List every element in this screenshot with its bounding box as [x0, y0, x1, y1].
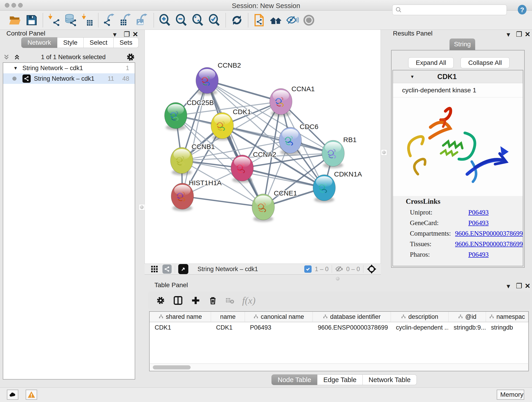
- node-label-ccnb1: CCNB1: [191, 143, 215, 150]
- zoom-out-button[interactable]: [175, 13, 188, 27]
- network-node-ccna1[interactable]: CCNA1: [270, 85, 315, 116]
- save-session-button[interactable]: [25, 13, 38, 27]
- network-node-rb1[interactable]: RB1: [322, 136, 356, 168]
- open-session-button[interactable]: [8, 13, 22, 27]
- tab-sets[interactable]: Sets: [114, 37, 139, 48]
- control-panel-float-icon[interactable]: ❐: [124, 30, 130, 38]
- network-collection-label: String Network – cdk1: [22, 65, 126, 72]
- gear-icon[interactable]: [126, 52, 135, 62]
- network-node-cdkn1a[interactable]: CDKN1A: [313, 170, 362, 203]
- column-header-namespac[interactable]: namespac: [486, 312, 528, 322]
- network-edge[interactable]: [182, 196, 263, 207]
- export-table-button[interactable]: [119, 13, 133, 27]
- collapse-all-chevron-icon[interactable]: [3, 53, 10, 61]
- right-splitter-handle[interactable]: [381, 149, 387, 155]
- results-panel-float-icon[interactable]: ❐: [516, 30, 522, 38]
- hscroll-thumb[interactable]: [153, 365, 191, 370]
- column-header-name[interactable]: name: [211, 312, 245, 322]
- show-columns-button[interactable]: [173, 295, 183, 306]
- column-header-shared-name[interactable]: shared name: [150, 312, 211, 322]
- table-row[interactable]: CDK1CDK1P064939606.ENSP00000378699cyclin…: [150, 322, 528, 333]
- network-node-cdc6[interactable]: CDC6: [279, 123, 318, 155]
- left-splitter-handle[interactable]: [139, 204, 145, 210]
- table-panel-float-icon[interactable]: ❐: [516, 282, 522, 290]
- homes-button[interactable]: [269, 13, 283, 27]
- detach-view-button[interactable]: [178, 264, 188, 274]
- network-node-ccne1[interactable]: CCNE1: [252, 189, 297, 222]
- table-settings-button[interactable]: [156, 296, 165, 305]
- table-panel-menu-icon[interactable]: ▼: [505, 283, 511, 290]
- delete-table-button[interactable]: [225, 296, 234, 305]
- network-node-hist1h1a[interactable]: HIST1H1A: [171, 179, 222, 211]
- open-folder-icon: [9, 14, 22, 27]
- tab-network[interactable]: Network: [21, 37, 57, 48]
- crosslink-link[interactable]: 9606.ENSP00000378699: [455, 230, 523, 237]
- bottom-splitter-handle[interactable]: [335, 276, 341, 281]
- table-cell[interactable]: stringdb: [486, 322, 528, 333]
- expand-all-chevron-icon[interactable]: [13, 53, 21, 61]
- tab-select[interactable]: Select: [84, 37, 114, 48]
- table-cell[interactable]: CDK1: [211, 322, 245, 333]
- grid-view-icon[interactable]: [151, 265, 158, 273]
- column-header--id[interactable]: @id: [449, 312, 486, 322]
- crosslink-link[interactable]: P06493: [468, 219, 489, 227]
- tab-node-table[interactable]: Node Table: [272, 375, 317, 385]
- export-image-button[interactable]: [136, 13, 149, 27]
- import-network-from-database-button[interactable]: [64, 13, 77, 27]
- results-panel-close-icon[interactable]: ✕: [525, 30, 530, 38]
- network-view-icon[interactable]: [162, 264, 172, 274]
- zoom-selected-button[interactable]: [208, 13, 221, 27]
- birdseye-crosshair-icon[interactable]: [367, 264, 377, 274]
- crosslink-link[interactable]: 9606.ENSP00000378699: [455, 240, 523, 248]
- tab-network-table[interactable]: Network Table: [363, 375, 417, 385]
- collapse-all-button[interactable]: Collapse All: [461, 57, 510, 68]
- results-panel-menu-icon[interactable]: ▼: [505, 31, 511, 38]
- tab-edge-table[interactable]: Edge Table: [317, 375, 363, 385]
- table-hscrollbar[interactable]: [149, 364, 529, 371]
- column-header-database-identifier[interactable]: database identifier: [313, 312, 391, 322]
- collapse-triangle-icon[interactable]: ▼: [13, 65, 18, 71]
- network-canvas[interactable]: CCNB2CCNA1CDC25BCDK1CDC6RB1CCNB1CCNA2CDK…: [145, 30, 381, 264]
- table-cell[interactable]: 9606.ENSP00000378699: [313, 322, 391, 333]
- crosslink-link[interactable]: P06493: [468, 251, 489, 258]
- import-table-button[interactable]: [80, 13, 94, 27]
- refresh-button[interactable]: [230, 13, 244, 27]
- cloud-status-button[interactable]: [7, 390, 18, 400]
- function-builder-button[interactable]: f(x): [242, 295, 255, 306]
- column-header-canonical-name[interactable]: canonical name: [245, 312, 313, 322]
- section-collapse-triangle-icon[interactable]: ▼: [410, 74, 414, 79]
- import-network-button[interactable]: [47, 13, 61, 27]
- warnings-button[interactable]: [26, 390, 37, 400]
- table-panel-close-icon[interactable]: ✕: [525, 282, 530, 290]
- toolbar-search[interactable]: [392, 5, 507, 15]
- network-edge[interactable]: [207, 80, 263, 207]
- column-header-description[interactable]: description: [391, 312, 449, 322]
- save-icon: [25, 14, 38, 26]
- zoom-fit-button[interactable]: [191, 13, 205, 27]
- network-row-selected[interactable]: String Network – cdk1 11 48: [3, 73, 135, 84]
- search-input[interactable]: [404, 6, 507, 13]
- zoom-in-button[interactable]: [158, 13, 172, 27]
- network-collection-row[interactable]: ▼ String Network – cdk1 1: [3, 63, 135, 73]
- create-column-button[interactable]: [191, 296, 201, 305]
- table-cell[interactable]: stringdb:9...: [449, 322, 486, 333]
- memory-button[interactable]: Memory: [497, 390, 524, 400]
- table-cell[interactable]: cyclin-dependent ...: [391, 322, 449, 333]
- table-cell[interactable]: P06493: [245, 322, 313, 333]
- table-cell[interactable]: CDK1: [150, 322, 211, 333]
- selected-checkbox-icon[interactable]: [304, 265, 312, 273]
- expand-all-button[interactable]: Expand All: [408, 57, 454, 68]
- tab-string[interactable]: String: [450, 38, 475, 50]
- tab-style[interactable]: Style: [57, 37, 84, 48]
- network-from-file-button[interactable]: [253, 13, 266, 27]
- refresh-icon: [231, 14, 243, 26]
- control-panel-close-icon[interactable]: ✕: [133, 30, 138, 38]
- export-network-button[interactable]: [103, 13, 116, 27]
- network-graph[interactable]: CCNB2CCNA1CDC25BCDK1CDC6RB1CCNB1CCNA2CDK…: [145, 30, 381, 264]
- show-all-button[interactable]: [302, 13, 316, 27]
- delete-column-button[interactable]: [208, 296, 217, 305]
- hide-selected-button[interactable]: [286, 13, 299, 27]
- help-button[interactable]: ?: [517, 4, 527, 15]
- gene-card-header[interactable]: ▼ CDK1: [393, 70, 523, 83]
- crosslink-link[interactable]: P06493: [468, 209, 489, 216]
